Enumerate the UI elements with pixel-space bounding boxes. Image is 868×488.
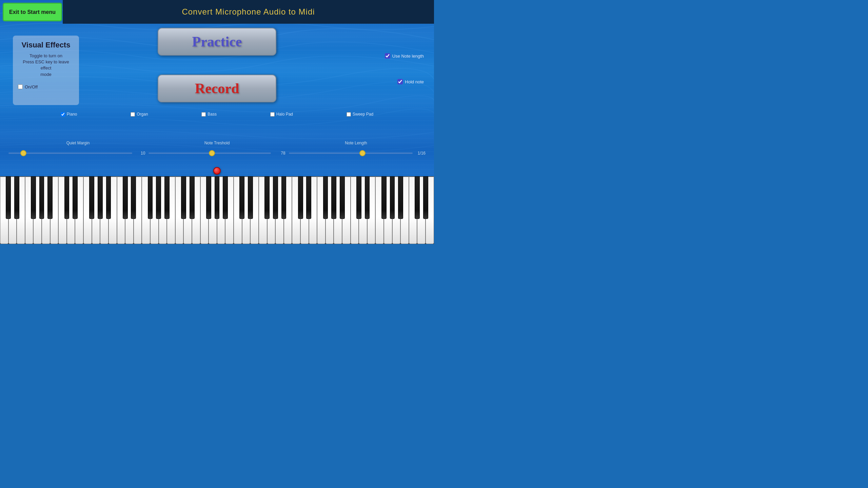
black-key[interactable] xyxy=(298,176,303,219)
black-key[interactable] xyxy=(340,176,345,219)
record-button-label: Record xyxy=(195,80,239,97)
note-threshold-group: 78 xyxy=(149,151,285,156)
halo-pad-checkbox[interactable] xyxy=(270,112,275,117)
instrument-halo-pad: Halo Pad xyxy=(270,112,293,117)
black-key[interactable] xyxy=(390,176,395,219)
instrument-sweep-pad: Sweep Pad xyxy=(347,112,373,117)
quiet-margin-value: 10 xyxy=(135,151,145,156)
black-key[interactable] xyxy=(164,176,170,219)
visual-effects-panel: Visual Effects Toggle to turn onPress ES… xyxy=(13,36,79,105)
black-key[interactable] xyxy=(323,176,328,219)
black-key[interactable] xyxy=(239,176,244,219)
bass-checkbox[interactable] xyxy=(201,112,206,117)
note-length-value: 1/16 xyxy=(415,151,426,156)
piano-keys xyxy=(0,176,434,244)
black-key[interactable] xyxy=(331,176,336,219)
hold-note-row: Hold note xyxy=(397,79,424,84)
black-key[interactable] xyxy=(148,176,153,219)
black-key[interactable] xyxy=(365,176,370,219)
black-key[interactable] xyxy=(47,176,53,219)
sweep-pad-checkbox[interactable] xyxy=(347,112,351,117)
note-length-label: Note Length xyxy=(287,141,426,145)
black-key[interactable] xyxy=(31,176,36,219)
black-key[interactable] xyxy=(215,176,220,219)
black-key[interactable] xyxy=(306,176,311,219)
quiet-margin-group: 10 xyxy=(8,151,145,156)
black-key[interactable] xyxy=(64,176,70,219)
hold-note-checkbox[interactable] xyxy=(397,79,403,84)
black-key[interactable] xyxy=(106,176,111,219)
use-note-length-checkbox[interactable] xyxy=(385,53,390,59)
black-key[interactable] xyxy=(190,176,195,219)
black-key[interactable] xyxy=(223,176,228,219)
practice-button-label: Practice xyxy=(192,34,242,50)
header-title: Convert Microphone Audio to Midi xyxy=(182,7,315,17)
black-key[interactable] xyxy=(73,176,78,219)
slider-labels-row: Quiet Margin Note Treshold Note Length xyxy=(0,141,434,145)
bass-label: Bass xyxy=(208,112,217,117)
quiet-margin-label: Quiet Margin xyxy=(8,141,147,145)
black-key[interactable] xyxy=(398,176,403,219)
black-key[interactable] xyxy=(181,176,186,219)
header-bar: Convert Microphone Audio to Midi xyxy=(63,0,434,24)
black-key[interactable] xyxy=(89,176,94,219)
instrument-organ: Organ xyxy=(131,112,148,117)
instrument-bass: Bass xyxy=(201,112,217,117)
black-key[interactable] xyxy=(98,176,103,219)
use-note-length-row: Use Note length xyxy=(385,53,424,59)
visual-effects-checkbox-label: On/Off xyxy=(25,84,38,89)
black-key[interactable] xyxy=(156,176,161,219)
black-key[interactable] xyxy=(14,176,19,219)
black-key[interactable] xyxy=(264,176,270,219)
note-length-slider[interactable] xyxy=(289,152,413,154)
organ-label: Organ xyxy=(137,112,148,117)
black-key[interactable] xyxy=(206,176,211,219)
note-threshold-label: Note Treshold xyxy=(147,141,287,145)
piano-keyboard[interactable] xyxy=(0,176,434,244)
black-key[interactable] xyxy=(356,176,361,219)
halo-pad-label: Halo Pad xyxy=(276,112,293,117)
hold-note-label: Hold note xyxy=(405,79,424,84)
black-key[interactable] xyxy=(423,176,428,219)
exit-button[interactable]: Exit to Start menu xyxy=(3,3,62,21)
note-threshold-slider[interactable] xyxy=(149,152,271,154)
record-button[interactable]: Record xyxy=(158,75,276,102)
visual-effects-toggle-row: On/Off xyxy=(18,84,74,89)
piano-label: Piano xyxy=(67,112,77,117)
quiet-margin-slider[interactable] xyxy=(8,152,132,154)
black-key[interactable] xyxy=(273,176,278,219)
black-key[interactable] xyxy=(131,176,136,219)
black-key[interactable] xyxy=(381,176,387,219)
visual-effects-title: Visual Effects xyxy=(18,41,74,49)
note-length-group: 1/16 xyxy=(289,151,426,156)
visual-effects-checkbox[interactable] xyxy=(18,84,23,89)
black-key[interactable] xyxy=(415,176,420,219)
instrument-piano: Piano xyxy=(61,112,77,117)
use-note-length-label: Use Note length xyxy=(392,54,424,59)
black-key[interactable] xyxy=(123,176,128,219)
black-key[interactable] xyxy=(248,176,253,219)
sweep-pad-label: Sweep Pad xyxy=(353,112,373,117)
instruments-row: Piano Organ Bass Halo Pad Sweep Pad xyxy=(0,112,434,117)
black-key[interactable] xyxy=(6,176,11,219)
black-key[interactable] xyxy=(39,176,44,219)
organ-checkbox[interactable] xyxy=(131,112,135,117)
piano-checkbox[interactable] xyxy=(61,112,65,117)
sliders-row: 10 78 1/16 xyxy=(0,151,434,156)
visual-effects-description: Toggle to turn onPress ESC key to leave … xyxy=(18,53,74,78)
practice-button[interactable]: Practice xyxy=(158,28,276,56)
red-dot-indicator xyxy=(213,167,221,175)
note-threshold-value: 78 xyxy=(274,151,285,156)
black-key[interactable] xyxy=(281,176,287,219)
